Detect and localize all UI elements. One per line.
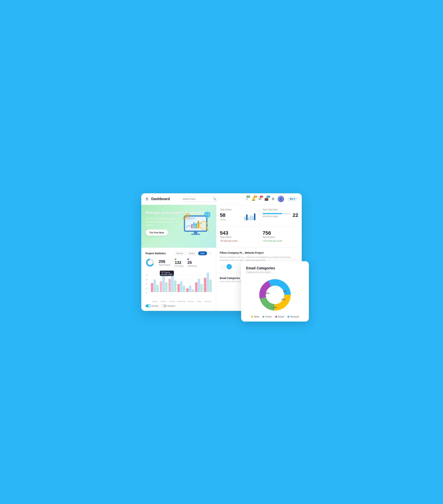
unfinished-stat: 25 Unfinished: [187, 258, 197, 267]
project-description: Sed ut perspiciatis unde om... natus err…: [220, 256, 298, 262]
personal-label: Personal: [290, 316, 299, 318]
email-float-card: Email Categories Categorized email insig…: [241, 261, 309, 322]
label-tuesday: Tuesday: [168, 301, 176, 302]
mail-icon: ✉: [259, 197, 261, 201]
language-button[interactable]: EN ▾: [287, 197, 297, 201]
social-label: Social: [278, 316, 284, 318]
label-wednesday: Wednesday: [177, 301, 186, 302]
hero-description: Let Fillow manage your project automatic…: [146, 217, 178, 227]
tab-monthly[interactable]: Monthly: [174, 251, 186, 255]
work-label: Work: [254, 316, 259, 318]
svg-rect-11: [194, 232, 197, 234]
bar-group-monday: [160, 276, 168, 292]
stat-card-new-projects: 756 New Projects +0,4% than last month: [259, 227, 302, 248]
promo-dot: [263, 316, 264, 318]
email-legend: Work Promo Social Personal: [246, 316, 304, 318]
float-card-title: Email Categories: [246, 266, 304, 270]
mini-donut-chart: [146, 258, 154, 267]
search-input[interactable]: [182, 198, 212, 200]
clients2-label: Total Clients: [220, 236, 255, 238]
panel-header: Project Statistics Monthly Weekly Daily …: [146, 251, 212, 255]
svg-text:32%: 32%: [273, 306, 277, 308]
search-icon-button[interactable]: 🔍: [213, 198, 216, 200]
bar-group-friday: [195, 279, 203, 292]
label-saturday: Saturday: [204, 301, 212, 302]
star-icon: ☆: [245, 197, 248, 201]
total-projects-stat: 256 Total Projects: [159, 259, 171, 266]
svg-text:•: •: [180, 222, 181, 223]
svg-text:26%: 26%: [266, 292, 270, 294]
clients2-value: 543: [220, 230, 255, 236]
grid-line-20: [151, 290, 212, 291]
svg-rect-7: [198, 221, 199, 228]
mail-nav-item[interactable]: ✉ 1: [259, 197, 261, 201]
bar-chart-area: 56 Projects Jul 12th, 2022 10080604020: [146, 271, 212, 299]
more-options-button[interactable]: ⋮: [209, 251, 212, 255]
star-nav-item[interactable]: ☆ 46: [245, 197, 248, 201]
try-free-button[interactable]: Try Free Now: [146, 230, 168, 236]
legend-analytics: Analytics: [161, 305, 175, 307]
bar-group-sunday: [151, 280, 159, 292]
label-sunday: Sunday: [151, 301, 158, 302]
chart-labels: Sunday Monday Tuesday Wednesday Thursday…: [146, 301, 212, 302]
brand-title: Dashboard: [151, 197, 170, 201]
star-badge: 46: [247, 196, 250, 198]
new-projects-label: New Projects: [263, 236, 298, 238]
stat-card-total-task: Total Task Done 68 left from target 22: [259, 205, 302, 227]
briefcase-nav-item[interactable]: 💼 72: [265, 197, 269, 201]
svg-rect-12: [191, 234, 200, 235]
nav-icons: ☆ 46 🔔 19 ✉ 1 💼 72 ⚙ 👤: [245, 196, 297, 202]
project-title: Fillow Company Pr... Website Project: [220, 251, 298, 254]
stats-summary: 256 Total Projects 132 On Going 25 Unfin…: [146, 258, 212, 267]
prev-arrow-button[interactable]: ←: [220, 264, 225, 269]
tab-weekly[interactable]: Weekly: [186, 251, 197, 255]
label-monday: Monday: [160, 301, 167, 302]
analytics-toggle[interactable]: [161, 305, 167, 307]
stat-card-total-clients: Total Clients 58 +0,7%: [216, 205, 259, 227]
hamburger-icon[interactable]: ☰: [146, 197, 148, 201]
avatar[interactable]: 👤: [278, 196, 284, 202]
hero-banner: Manage your project in one touch Let Fil…: [141, 205, 216, 248]
y-axis: 10080604020: [146, 274, 148, 294]
total-projects-num: 256: [159, 259, 171, 264]
hero-illustration: ✦ ✦ •: [179, 208, 214, 240]
progress-bar: [263, 213, 290, 214]
clients2-change: -3% than last month: [220, 240, 255, 242]
chart-legend: Number Analytics: [146, 305, 212, 307]
svg-text:22%: 22%: [283, 290, 287, 292]
tab-group: Monthly Weekly Daily: [174, 251, 207, 255]
total-task-sub: 68 left from target: [263, 215, 290, 217]
donut-chart-wrapper: 26% 22% 20% 32%: [246, 277, 304, 313]
ongoing-desc: On Going: [175, 265, 183, 267]
float-card-subtitle: Categorized email insights: [246, 271, 304, 273]
navbar: ☰ Dashboard 🔍 ☆ 46 🔔 19 ✉ 1: [141, 193, 302, 205]
next-arrow-button[interactable]: →: [227, 264, 232, 269]
total-task-value: 22: [293, 212, 298, 218]
bell-nav-item[interactable]: 🔔 19: [251, 197, 255, 201]
unfinished-num: 25: [187, 260, 197, 265]
bar-chart: [146, 271, 212, 294]
svg-point-16: [184, 218, 185, 219]
unfinished-desc: Unfinished: [187, 265, 197, 267]
personal-dot: [288, 316, 289, 318]
chart-tooltip: 56 Projects Jul 12th, 2022: [160, 271, 174, 276]
svg-rect-5: [193, 222, 195, 228]
ongoing-num: 132: [175, 260, 183, 265]
social-dot: [275, 316, 277, 318]
svg-text:✦: ✦: [210, 211, 211, 212]
mail-badge: 1: [260, 196, 263, 198]
number-toggle[interactable]: [146, 305, 151, 307]
stats-grid: Total Clients 58 +0,7%: [216, 205, 302, 248]
tab-daily[interactable]: Daily: [198, 251, 207, 255]
legend-personal: Personal: [288, 316, 299, 318]
new-projects-value: 756: [263, 230, 298, 236]
label-thursday: Thursday: [187, 301, 194, 302]
legend-work: Work: [251, 316, 259, 318]
svg-text:20%: 20%: [282, 298, 286, 301]
project-stats-panel: Project Statistics Monthly Weekly Daily …: [141, 248, 216, 311]
mini-bar-chart: [244, 213, 255, 220]
svg-rect-3: [186, 219, 193, 220]
briefcase-badge: 72: [267, 196, 270, 198]
settings-icon[interactable]: ⚙: [272, 197, 274, 201]
bell-icon: 🔔: [251, 197, 255, 201]
